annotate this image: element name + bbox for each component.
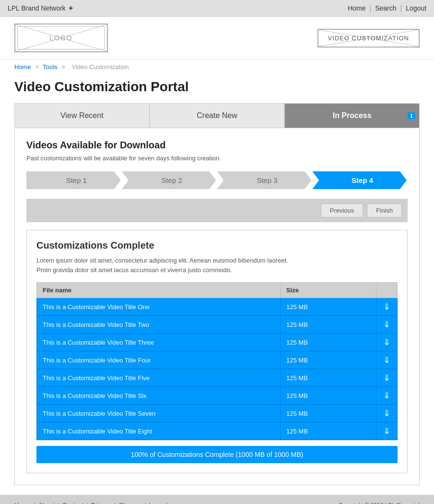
steps-container: Step 1 Step 2 Step 3 Step 4 — [26, 171, 408, 189]
col-size: Size — [281, 283, 376, 298]
file-table: File name Size This is a Customizable Vi… — [36, 282, 398, 440]
breadcrumb: Home > Tools > Video Customization — [0, 60, 434, 74]
tab-in-process[interactable]: In Process 1 — [284, 103, 420, 128]
section-title: Videos Available for Download — [26, 140, 408, 151]
download-cell[interactable]: ⇓ — [376, 334, 398, 351]
file-name-cell: This is a Customizable Video Title Four — [37, 351, 281, 369]
video-customization-box: VIDEO CUSTOMIZATION — [317, 29, 420, 48]
logo-text: LOGO — [49, 34, 72, 42]
table-row: This is a Customizable Video Title Two 1… — [37, 316, 398, 334]
card-title: Customizations Complete — [36, 240, 398, 251]
file-size-cell: 125 MB — [281, 334, 376, 351]
tab-create-new[interactable]: Create New — [150, 103, 285, 128]
inner-card: Customizations Complete Lorem ipsum dolo… — [26, 230, 408, 473]
step-4[interactable]: Step 4 — [312, 171, 407, 189]
table-row: This is a Customizable Video Title One 1… — [37, 298, 398, 316]
brand: LPL Brand Network + — [8, 4, 73, 12]
footer: Home | About | Contact | Privacy | Sitem… — [0, 495, 434, 504]
download-icon[interactable]: ⇓ — [382, 390, 391, 401]
step-1[interactable]: Step 1 — [26, 171, 121, 189]
file-size-cell: 125 MB — [281, 351, 376, 369]
file-name-cell: This is a Customizable Video Title Eight — [37, 422, 281, 440]
footer-sitemap[interactable]: Sitemap — [119, 502, 142, 504]
file-name-cell: This is a Customizable Video Title Three — [37, 334, 281, 351]
table-row: This is a Customizable Video Title Five … — [37, 369, 398, 387]
footer-copyright: Copyright © 2012 LPL Financial — [339, 502, 420, 504]
download-cell[interactable]: ⇓ — [376, 316, 398, 334]
download-cell[interactable]: ⇓ — [376, 422, 398, 440]
download-cell[interactable]: ⇓ — [376, 387, 398, 405]
file-size-cell: 125 MB — [281, 387, 376, 405]
footer-about[interactable]: About — [38, 502, 55, 504]
footer-privacy[interactable]: Privacy — [91, 502, 112, 504]
download-cell[interactable]: ⇓ — [376, 298, 398, 316]
nav-bar: Previous Finish — [26, 199, 408, 222]
main-content: Videos Available for Download Past custo… — [14, 128, 420, 485]
footer-home[interactable]: Home — [14, 502, 31, 504]
download-icon[interactable]: ⇓ — [382, 408, 391, 419]
nav-logout-link[interactable]: Logout — [406, 4, 426, 12]
page-title: Video Customization Portal — [0, 74, 434, 103]
file-name-cell: This is a Customizable Video Title Five — [37, 369, 281, 387]
footer-logout[interactable]: Logout — [149, 502, 168, 504]
footer-contact[interactable]: Contact — [62, 502, 83, 504]
download-icon[interactable]: ⇓ — [382, 372, 391, 383]
col-action — [376, 283, 398, 298]
table-row: This is a Customizable Video Title Four … — [37, 351, 398, 369]
file-name-cell: This is a Customizable Video Title One — [37, 298, 281, 316]
logo-area: LOGO VIDEO CUSTOMIZATION — [0, 17, 434, 60]
step-3[interactable]: Step 3 — [217, 171, 312, 189]
table-row: This is a Customizable Video Title Six 1… — [37, 387, 398, 405]
breadcrumb-current: Video Customization — [72, 63, 129, 71]
tab-view-recent[interactable]: View Recent — [14, 103, 150, 128]
file-name-cell: This is a Customizable Video Title Six — [37, 387, 281, 405]
footer-links: Home | About | Contact | Privacy | Sitem… — [14, 502, 168, 504]
col-filename: File name — [37, 283, 281, 298]
plus-icon[interactable]: + — [69, 4, 73, 12]
table-row: This is a Customizable Video Title Eight… — [37, 422, 398, 440]
tabs-container: View Recent Create New In Process 1 — [14, 103, 420, 128]
download-icon[interactable]: ⇓ — [382, 337, 391, 348]
file-size-cell: 125 MB — [281, 369, 376, 387]
download-cell[interactable]: ⇓ — [376, 351, 398, 369]
section-subtitle: Past customizations will be available fo… — [26, 155, 408, 162]
brand-name: LPL Brand Network — [8, 4, 66, 12]
top-nav-links: Home | Search | Logout — [348, 4, 426, 12]
vc-label: VIDEO CUSTOMIZATION — [328, 35, 409, 42]
top-nav: LPL Brand Network + Home | Search | Logo… — [0, 0, 434, 17]
progress-bar: 100% of Customizations Complete (1000 MB… — [36, 446, 398, 463]
nav-home-link[interactable]: Home — [348, 4, 365, 12]
table-row: This is a Customizable Video Title Seven… — [37, 405, 398, 422]
previous-button[interactable]: Previous — [321, 204, 364, 217]
card-desc: Lorem ipsum dolor sit amet, consectetur … — [36, 256, 398, 275]
file-size-cell: 125 MB — [281, 298, 376, 316]
tab-badge: 1 — [408, 112, 415, 119]
download-icon[interactable]: ⇓ — [382, 301, 391, 312]
breadcrumb-home[interactable]: Home — [14, 63, 31, 71]
download-cell[interactable]: ⇓ — [376, 369, 398, 387]
file-size-cell: 125 MB — [281, 422, 376, 440]
finish-button[interactable]: Finish — [367, 204, 402, 217]
breadcrumb-tools[interactable]: Tools — [43, 63, 57, 71]
file-name-cell: This is a Customizable Video Title Two — [37, 316, 281, 334]
file-name-cell: This is a Customizable Video Title Seven — [37, 405, 281, 422]
download-cell[interactable]: ⇓ — [376, 405, 398, 422]
download-icon[interactable]: ⇓ — [382, 426, 391, 436]
file-size-cell: 125 MB — [281, 405, 376, 422]
download-icon[interactable]: ⇓ — [382, 355, 391, 365]
logo-box: LOGO — [14, 24, 108, 52]
nav-search-link[interactable]: Search — [375, 4, 396, 12]
step-2[interactable]: Step 2 — [122, 171, 216, 189]
table-row: This is a Customizable Video Title Three… — [37, 334, 398, 351]
download-icon[interactable]: ⇓ — [382, 319, 391, 330]
file-size-cell: 125 MB — [281, 316, 376, 334]
